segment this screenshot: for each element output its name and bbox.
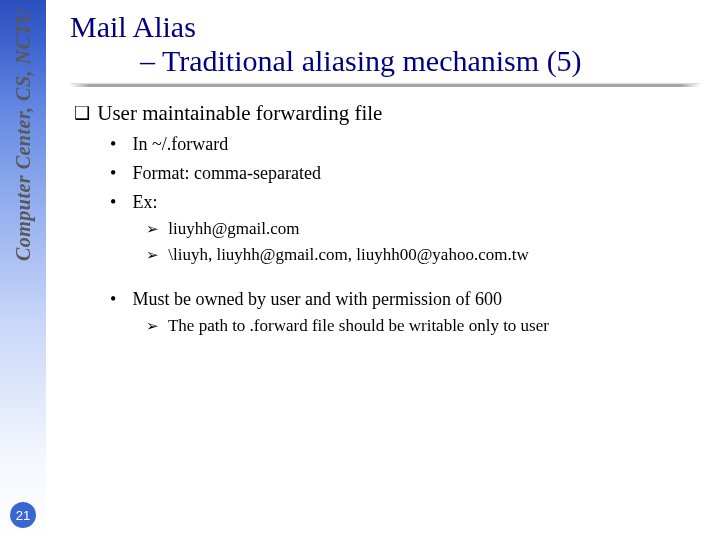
- bullet-level2: • In ~/.forward: [110, 134, 710, 155]
- bullet-text: \liuyh, liuyhh@gmail.com, liuyhh00@yahoo…: [168, 245, 528, 264]
- bullet-text: Must be owned by user and with permissio…: [133, 289, 502, 309]
- sidebar-org-text: Computer Center, CS, NCTU: [12, 8, 35, 261]
- title-block: Mail Alias – Traditional aliasing mechan…: [70, 10, 710, 78]
- bullet-text: Format: comma-separated: [133, 163, 321, 183]
- content-area: Mail Alias – Traditional aliasing mechan…: [70, 10, 710, 336]
- slide-subtitle: – Traditional aliasing mechanism (5): [70, 44, 710, 78]
- square-bullet-icon: ❑: [74, 102, 92, 124]
- dot-bullet-icon: •: [110, 134, 128, 155]
- arrow-bullet-icon: ➢: [146, 246, 164, 264]
- bullet-level2: • Must be owned by user and with permiss…: [110, 289, 710, 310]
- slide-body: ❑ User maintainable forwarding file • In…: [70, 101, 710, 336]
- bullet-level2: • Ex:: [110, 192, 710, 213]
- spacer: [70, 265, 710, 281]
- page-number: 21: [0, 502, 46, 528]
- dot-bullet-icon: •: [110, 192, 128, 213]
- bullet-level1: ❑ User maintainable forwarding file: [74, 101, 710, 126]
- bullet-text: User maintainable forwarding file: [97, 101, 382, 125]
- title-divider: [70, 84, 700, 87]
- dot-bullet-icon: •: [110, 289, 128, 310]
- sidebar: Computer Center, CS, NCTU 21: [0, 0, 46, 540]
- page-number-badge: 21: [10, 502, 36, 528]
- bullet-level2: • Format: comma-separated: [110, 163, 710, 184]
- bullet-text: In ~/.forward: [133, 134, 229, 154]
- slide: Computer Center, CS, NCTU 21 Mail Alias …: [0, 0, 720, 540]
- slide-title: Mail Alias: [70, 10, 710, 44]
- bullet-level3: ➢ \liuyh, liuyhh@gmail.com, liuyhh00@yah…: [146, 245, 710, 265]
- dot-bullet-icon: •: [110, 163, 128, 184]
- bullet-text: Ex:: [133, 192, 158, 212]
- bullet-text: The path to .forward file should be writ…: [168, 316, 549, 335]
- arrow-bullet-icon: ➢: [146, 220, 164, 238]
- bullet-text: liuyhh@gmail.com: [168, 219, 299, 238]
- bullet-level3: ➢ liuyhh@gmail.com: [146, 219, 710, 239]
- arrow-bullet-icon: ➢: [146, 317, 164, 335]
- bullet-level3: ➢ The path to .forward file should be wr…: [146, 316, 710, 336]
